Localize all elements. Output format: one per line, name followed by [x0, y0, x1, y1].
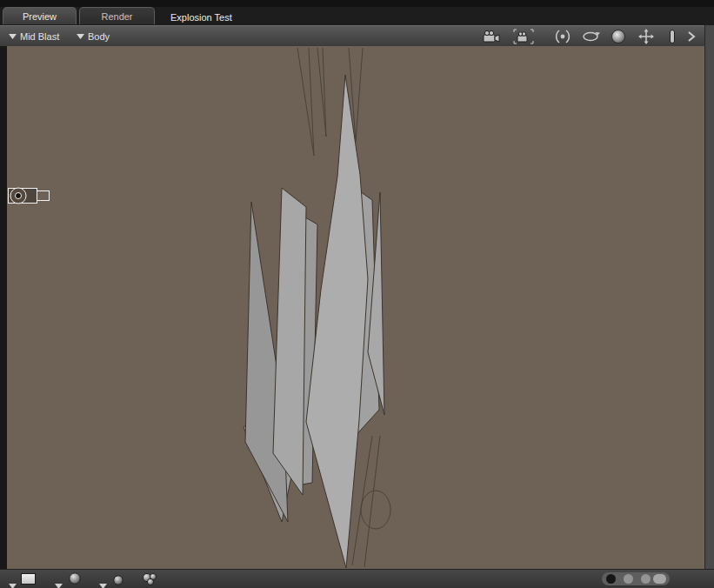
sphere-icon[interactable]	[607, 28, 630, 45]
tab-bar: Preview Render Explosion Test	[0, 7, 714, 25]
node-selector-label: Mid Blast	[20, 31, 59, 42]
tab-preview[interactable]: Preview	[3, 7, 77, 24]
chevron-down-icon	[55, 584, 63, 588]
rotate-camera-icon[interactable]	[579, 28, 602, 45]
right-panel-edge[interactable]	[704, 25, 714, 569]
chevron-down-icon	[77, 34, 84, 39]
smooth-sphere-icon[interactable]	[113, 573, 123, 588]
viewport-pane: Preview Render Explosion Test Mid Blast …	[0, 0, 714, 588]
lighting-dropdown[interactable]	[99, 577, 107, 588]
shading-dropdown[interactable]	[55, 577, 63, 588]
chevron-down-icon	[9, 584, 17, 588]
pager-dot[interactable]	[624, 574, 633, 584]
part-selector-dropdown[interactable]: Body	[77, 26, 110, 47]
viewport-toolbar: Mid Blast Body	[0, 25, 714, 46]
camera-gizmo[interactable]	[9, 188, 50, 204]
chevron-down-icon	[9, 34, 17, 39]
multi-sphere-icon[interactable]	[141, 571, 160, 588]
frame-camera-icon[interactable]	[512, 28, 535, 45]
camera-icon[interactable]	[480, 28, 503, 45]
pager-dot[interactable]	[641, 574, 651, 584]
left-gutter	[0, 46, 7, 569]
drawstyle-swatch[interactable]	[21, 573, 36, 585]
pager-handle[interactable]	[653, 574, 666, 584]
chevron-down-icon	[99, 584, 107, 588]
pan-camera-icon[interactable]	[635, 28, 657, 45]
dolly-camera-icon[interactable]	[661, 28, 684, 45]
chevron-right-icon[interactable]	[685, 28, 697, 45]
tab-render[interactable]: Render	[79, 7, 155, 24]
drawstyle-dropdown[interactable]	[9, 577, 17, 588]
part-selector-label: Body	[88, 31, 110, 42]
node-selector-dropdown[interactable]: Mid Blast	[9, 26, 59, 47]
scene-3d	[7, 46, 704, 569]
display-mode-pager	[602, 572, 670, 585]
wireframe-bottom	[352, 436, 390, 567]
pane-title: Explosion Test	[170, 9, 232, 26]
viewport-bottom-bar	[0, 569, 714, 588]
pager-dot-dark[interactable]	[606, 574, 616, 584]
viewport-canvas[interactable]	[7, 46, 704, 569]
orbit-camera-icon[interactable]	[551, 28, 574, 45]
shaded-sphere-icon[interactable]	[69, 572, 81, 588]
